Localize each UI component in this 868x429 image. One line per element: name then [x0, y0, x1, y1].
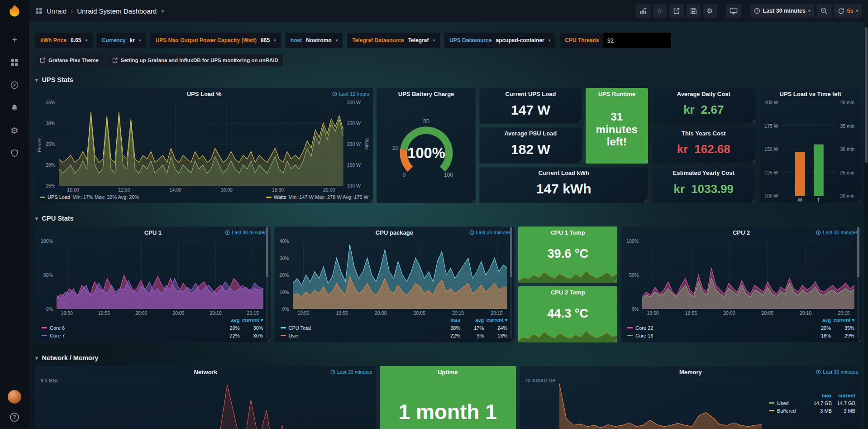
save-button[interactable]	[687, 4, 701, 18]
legend-column-header[interactable]: current ▾	[831, 317, 854, 323]
share-button[interactable]	[669, 4, 684, 18]
variable-value[interactable]: 865	[261, 37, 270, 43]
panel-title[interactable]: UPS Load vs Time left	[780, 91, 841, 97]
legend-item[interactable]: WattsMin: 147 W Max: 278 W Avg: 175 W	[266, 194, 368, 200]
chart-plot[interactable]	[782, 102, 837, 196]
x-axis: 19:5019:5520:0020:0520:1020:15	[57, 309, 263, 316]
ups-load-vs-time-chart[interactable]	[782, 102, 837, 196]
legend-scrollbar[interactable]	[510, 227, 512, 338]
legend-scrollbar[interactable]	[857, 227, 859, 338]
legend-column-header[interactable]: avg	[216, 318, 240, 323]
legend-value: 17%	[460, 325, 484, 331]
legend-item[interactable]: UPS LoadMin: 17% Max: 32% Avg: 20%	[40, 194, 139, 200]
page-scrollbar[interactable]	[864, 22, 868, 429]
breadcrumb-folder[interactable]: Unraid	[47, 7, 67, 15]
alerting-bell-icon[interactable]	[9, 102, 20, 113]
panel-title[interactable]: Memory	[679, 369, 702, 376]
variable-value[interactable]: apcupsd-container	[496, 37, 544, 43]
panel-title[interactable]: UPS Battery Charge	[398, 91, 454, 97]
legend-scrollbar[interactable]	[266, 227, 268, 338]
panel-title[interactable]: This Years Cost	[682, 130, 725, 137]
dashboard-title[interactable]: Unraid System Dashboard	[77, 7, 157, 15]
panel-title[interactable]: UPS Runtime	[598, 91, 635, 97]
dashboard-settings-button[interactable]: ⚙	[703, 4, 717, 18]
ups-load-chart[interactable]	[59, 102, 343, 186]
refresh-button[interactable]: 5s ▾	[834, 4, 862, 18]
chart-plot[interactable]	[293, 241, 508, 309]
time-range-picker[interactable]: Last 30 minutes ▾	[750, 4, 814, 18]
explore-icon[interactable]	[9, 80, 20, 91]
variable-telegraf-datasource[interactable]: Telegraf DatasourceTelegraf▾	[347, 33, 440, 48]
user-avatar[interactable]	[8, 390, 21, 404]
panel-title[interactable]: Current Load kWh	[538, 169, 589, 176]
variable-ups-max-output-power-capacity-watt-[interactable]: UPS Max Output Power Capacity (Watt)865▾	[150, 33, 281, 48]
variable-value[interactable]: Telegraf	[408, 37, 429, 43]
legend-item[interactable]: Core 1618%29%	[627, 332, 854, 339]
panel-title[interactable]: Average Daily Cost	[677, 91, 730, 97]
panel-title[interactable]: CPU 2	[733, 229, 750, 236]
variable-value[interactable]: 0.65	[71, 37, 81, 43]
dashboard-link[interactable]: Grafana Plex Theme	[35, 54, 103, 66]
legend-column-header[interactable]: current ▾	[240, 317, 263, 323]
legend-item[interactable]: Core 2220%35%	[627, 324, 854, 332]
section-row-cpu-stats[interactable]: ▾ CPU Stats	[35, 210, 862, 227]
panel-title[interactable]: CPU 1	[144, 229, 162, 236]
create-icon[interactable]: +	[9, 34, 20, 45]
legend-item[interactable]: User22%9%13%	[281, 332, 508, 339]
section-row-ups-stats[interactable]: ▾ UPS Stats	[35, 72, 862, 88]
battery-gauge[interactable]: 02050100100%	[386, 117, 466, 185]
variable-currency[interactable]: Currencykr▾	[97, 33, 146, 48]
legend-column-header[interactable]: max	[437, 318, 460, 323]
scrollbar-thumb[interactable]	[865, 27, 868, 163]
panel-title[interactable]: CPU 1 Temp	[551, 229, 585, 236]
legend-item[interactable]: Core 722%30%	[42, 332, 263, 339]
legend-column-header[interactable]: max	[808, 393, 832, 398]
variable-input[interactable]	[603, 33, 671, 48]
add-panel-button[interactable]	[636, 4, 650, 18]
chart-plot[interactable]	[559, 381, 762, 429]
section-row-network-memory[interactable]: ▾ Network / Memory	[35, 350, 862, 366]
chart-plot[interactable]	[62, 381, 369, 429]
legend-column-header[interactable]: avg	[460, 318, 484, 323]
chart-plot[interactable]	[59, 102, 343, 186]
panel-title[interactable]: Average PSU Load	[504, 130, 557, 137]
legend-item[interactable]: Core 620%30%	[42, 324, 263, 332]
panel-title[interactable]: CPU package	[376, 229, 413, 236]
chart-plot[interactable]	[57, 241, 263, 309]
variable-value[interactable]: kr	[130, 37, 135, 43]
chevron-down-icon[interactable]: ▾	[162, 9, 164, 14]
legend-column-header[interactable]: current ▾	[484, 317, 507, 323]
panel-title[interactable]: UPS Load %	[187, 91, 222, 97]
zoom-out-button[interactable]	[817, 4, 831, 18]
legend-item[interactable]: CPU Total38%17%24%	[281, 324, 508, 332]
panel-title[interactable]: Current UPS Load	[505, 91, 556, 97]
panel-title[interactable]: CPU 2 Temp	[551, 289, 585, 296]
legend-item[interactable]: Used14.7 GB14.7 GB	[769, 399, 855, 407]
help-icon[interactable]: ?	[10, 413, 19, 422]
panel-title[interactable]: Uptime	[438, 369, 458, 376]
dashboards-icon[interactable]	[9, 57, 20, 68]
grafana-logo[interactable]	[6, 4, 23, 21]
variable-ups-datasource[interactable]: UPS Datasourceapcupsd-container▾	[444, 33, 555, 48]
cpu2-chart[interactable]	[642, 241, 854, 309]
panel-title[interactable]: Estimated Yearly Cost	[673, 169, 734, 176]
panel-title[interactable]: Network	[194, 369, 217, 376]
configuration-gear-icon[interactable]: ⚙	[9, 125, 20, 136]
variable-value[interactable]: Nostromo	[306, 37, 332, 43]
chart-plot[interactable]	[642, 241, 854, 309]
server-admin-shield-icon[interactable]	[9, 148, 20, 159]
cpu1-chart[interactable]	[57, 241, 263, 309]
dashboard-link[interactable]: Setting up Grafana and InfluxDB for UPS …	[108, 54, 283, 66]
legend-column-header[interactable]: current	[832, 393, 855, 398]
cpu-package-chart[interactable]	[293, 241, 508, 309]
variable-host[interactable]: hostNostromo▾	[286, 33, 343, 48]
memory-chart[interactable]	[559, 381, 762, 429]
legend-item[interactable]: Buffered3 MB3 MB	[769, 407, 855, 415]
network-chart[interactable]	[62, 381, 369, 429]
cycle-view-mode-button[interactable]	[726, 4, 741, 18]
sidebar-menu: + ⚙	[9, 34, 20, 159]
star-button[interactable]: ☆	[653, 4, 667, 18]
legend-column-header[interactable]: avg	[807, 318, 831, 323]
variable-kwh-price[interactable]: kWh Price0.65▾	[35, 33, 92, 48]
variable-cpu-threads[interactable]: CPU Threads	[560, 33, 671, 48]
